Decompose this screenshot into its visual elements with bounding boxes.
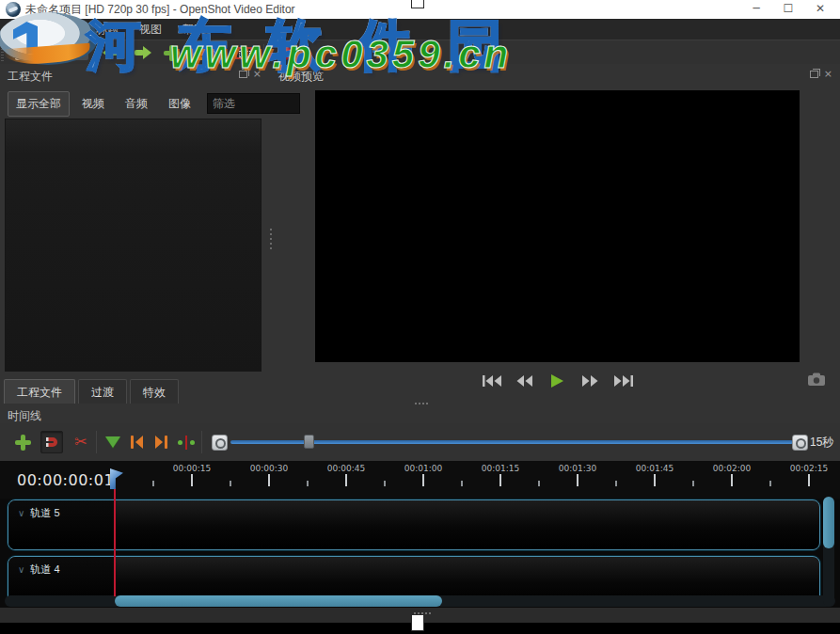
add-marker-button[interactable] (102, 431, 124, 453)
playhead-line (114, 488, 116, 596)
project-files-panel: 工程文件 × 显示全部视频音频图像 工程文件过渡特效 (0, 64, 271, 404)
filter-tab-3[interactable]: 图像 (160, 91, 199, 117)
ruler-minor-tick (384, 481, 386, 486)
ruler-label-7: 00:02:00 (713, 464, 751, 473)
timeline-ruler[interactable]: 00:00:00:01 00:00:1500:00:3000:00:4500:0… (0, 461, 840, 499)
export-video-button[interactable] (275, 43, 294, 63)
ruler-minor-tick (230, 481, 231, 486)
center-playhead-button[interactable] (175, 431, 198, 453)
toolbar-drag-handle[interactable] (1, 43, 4, 62)
new-project-button[interactable] (11, 43, 31, 63)
timeline-scale-label: 15秒 (810, 435, 833, 451)
jump-to-end-icon (613, 374, 634, 388)
menu-bar: 文件编辑标题视图帮助 (0, 19, 840, 40)
next-marker-icon (153, 435, 169, 450)
timeline-vertical-scrollbar[interactable] (823, 497, 834, 607)
track-label: 轨道 5 (30, 506, 59, 520)
minimize-button[interactable]: ─ (740, 0, 772, 19)
openshot-window: 未命名项目 [HD 720p 30 fps] - OpenShot Video … (0, 0, 840, 634)
chevron-down-icon[interactable]: ∨ (18, 508, 24, 518)
capture-frame-button[interactable] (807, 372, 826, 388)
filter-tab-1[interactable]: 视频 (73, 91, 113, 117)
ruler-minor-tick (769, 481, 771, 486)
menu-item-2[interactable]: 标题 (96, 22, 119, 38)
jump-to-start-button[interactable] (480, 372, 504, 390)
zoom-in-icon (212, 435, 228, 451)
ruler-major-tick (422, 474, 424, 486)
fast-forward-button[interactable] (578, 372, 603, 390)
float-panel-icon[interactable] (810, 71, 818, 78)
app-icon (6, 2, 21, 17)
add-track-button[interactable] (11, 431, 34, 453)
screenshot-handle-artifact (411, 0, 424, 8)
snap-toggle-button[interactable] (40, 431, 63, 453)
save-project-icon (74, 46, 88, 60)
project-files-title: 工程文件 (8, 69, 53, 85)
ruler-label-0: 00:00:15 (173, 464, 211, 473)
float-panel-icon[interactable] (239, 71, 247, 78)
ruler-label-2: 00:00:45 (327, 464, 365, 473)
ruler-major-tick (731, 474, 733, 486)
ruler-minor-tick (461, 481, 463, 486)
dock-tab-0[interactable]: 工程文件 (4, 379, 75, 404)
snap-magnet-icon (44, 435, 59, 450)
undo-icon (103, 46, 121, 59)
menu-item-0[interactable]: 文件 (9, 22, 32, 38)
dock-tab-2[interactable]: 特效 (130, 379, 179, 404)
close-panel-icon[interactable]: × (253, 70, 262, 78)
zoom-slider-handle[interactable] (304, 435, 314, 449)
undo-button[interactable] (102, 43, 121, 63)
next-marker-button[interactable] (150, 431, 172, 453)
timeline-tracks-area[interactable]: ∨轨道 5∨轨道 4 (0, 499, 840, 608)
zoom-out-icon (792, 435, 808, 451)
maximize-button[interactable]: ☐ (772, 0, 804, 19)
jump-to-end-button[interactable] (611, 372, 636, 390)
horizontal-scrollbar-thumb[interactable] (115, 595, 442, 607)
ruler-label-3: 00:01:00 (404, 464, 442, 473)
dock-tab-bar: 工程文件过渡特效 (4, 379, 179, 404)
dock-tab-1[interactable]: 过渡 (78, 379, 127, 404)
toolbar-separator (222, 44, 223, 61)
ruler-label-6: 00:01:45 (636, 464, 674, 473)
timeline-horizontal-scrollbar[interactable] (5, 595, 835, 607)
razor-scissors-icon: ✂ (74, 435, 87, 450)
open-project-button[interactable] (41, 43, 61, 63)
zoom-in-button[interactable] (208, 431, 230, 453)
razor-tool-button[interactable]: ✂ (70, 431, 92, 453)
save-project-button[interactable] (71, 43, 91, 63)
choose-profile-button[interactable] (192, 43, 212, 63)
rewind-button[interactable] (513, 372, 537, 390)
close-button[interactable]: ✕ (804, 0, 836, 19)
vertical-scrollbar-thumb[interactable] (823, 497, 834, 548)
fullscreen-button[interactable] (233, 43, 253, 63)
export-video-icon (277, 46, 292, 60)
vertical-splitter[interactable] (268, 64, 274, 404)
project-files-header: 工程文件 × (0, 64, 271, 85)
ruler-label-5: 00:01:30 (559, 464, 596, 473)
filter-tab-2[interactable]: 音频 (117, 91, 156, 117)
menu-item-3[interactable]: 视图 (139, 22, 162, 38)
redo-button[interactable] (132, 43, 151, 63)
track-label-row: ∨轨道 4 (18, 563, 60, 577)
add-marker-icon (105, 436, 120, 448)
filter-tab-0[interactable]: 显示全部 (8, 91, 70, 117)
current-time-display: 00:00:00:01 (17, 471, 114, 489)
play-icon (550, 373, 564, 388)
screenshot-handle-artifact (411, 614, 424, 631)
menu-item-1[interactable]: 编辑 (53, 22, 75, 38)
splitter-handle-icon (270, 229, 272, 249)
chevron-down-icon[interactable]: ∨ (18, 564, 24, 575)
close-panel-icon[interactable]: × (824, 70, 832, 78)
import-files-button[interactable] (162, 43, 182, 63)
track-row-1[interactable]: ∨轨道 5 (8, 499, 820, 550)
timeline-zoom-slider[interactable] (230, 440, 793, 444)
camera-icon (807, 372, 826, 387)
zoom-out-button[interactable] (788, 431, 811, 453)
menu-item-4[interactable]: 帮助 (182, 22, 205, 38)
ruler-minor-tick (538, 481, 540, 486)
project-files-list[interactable] (5, 119, 262, 372)
play-button[interactable] (546, 372, 570, 390)
previous-marker-button[interactable] (125, 431, 148, 453)
import-files-icon (164, 45, 180, 61)
ruler-minor-tick (152, 481, 154, 486)
